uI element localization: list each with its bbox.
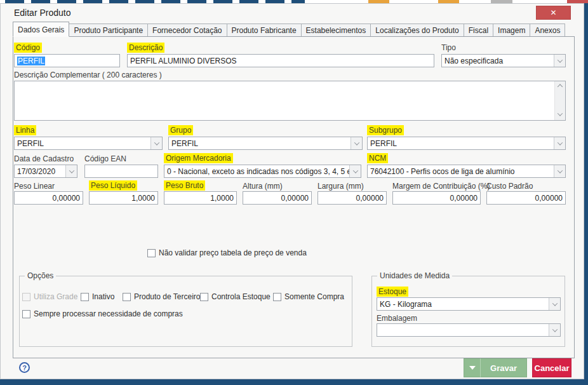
opcoes-legend: Opções	[25, 271, 56, 280]
checkbox-box	[22, 310, 30, 318]
textarea-scrollbar[interactable]	[554, 81, 565, 120]
codigo-label: Código	[14, 43, 42, 53]
chevron-down-icon	[554, 165, 565, 177]
tab-anexos[interactable]: Anexos	[530, 24, 565, 37]
custo-padrao-input[interactable]: 0,00000	[486, 191, 566, 205]
altura-value: 0,00000	[281, 194, 309, 203]
origem-mercadoria-select[interactable]: 0 - Nacional, exceto as indicadas nos có…	[164, 165, 361, 178]
data-cadastro-label: Data de Cadastro	[14, 154, 74, 163]
tipo-label: Tipo	[441, 43, 456, 52]
checkbox-label: Inativo	[92, 292, 114, 301]
codigo-value: PERFIL	[17, 57, 45, 65]
tab-localizacoes-produto[interactable]: Localizações do Produto	[371, 24, 464, 37]
edit-product-dialog: Editar Produto ✕ Dados Gerais Produto Pa…	[0, 3, 584, 379]
tab-produto-fabricante[interactable]: Produto Fabricante	[227, 24, 302, 37]
largura-value: 0,00000	[356, 194, 384, 203]
descricao-input[interactable]: PERFIL ALUMINIO DIVERSOS	[127, 54, 434, 67]
peso-linear-label: Peso Linear	[14, 182, 55, 191]
grupo-label: Grupo	[168, 125, 193, 135]
peso-bruto-value: 1,0000	[210, 194, 234, 203]
peso-bruto-input[interactable]: 1,0000	[164, 191, 237, 205]
checkbox-produto-terceiro[interactable]: Produto de Terceiro	[123, 292, 201, 301]
embalagem-label: Embalagem	[377, 314, 417, 323]
triangle-down-icon	[469, 366, 476, 370]
custo-padrao-label: Custo Padrão	[486, 182, 533, 191]
tab-imagem[interactable]: Imagem	[493, 24, 530, 37]
checkbox-nao-validar-preco[interactable]: Não validar preço tabela de preço de ven…	[147, 248, 307, 257]
checkbox-label: Utiliza Grade	[34, 292, 77, 301]
tab-produto-participante[interactable]: Produto Participante	[69, 24, 148, 37]
margem-contribuicao-value: 0,00000	[450, 194, 478, 203]
descricao-label: Descrição	[127, 43, 164, 53]
peso-linear-value: 0,00000	[53, 194, 80, 203]
scroll-up-button[interactable]	[556, 83, 565, 91]
checkbox-controla-estoque[interactable]: Controla Estoque	[200, 292, 271, 301]
checkbox-box	[123, 293, 131, 301]
custo-padrao-value: 0,00000	[535, 194, 563, 203]
grupo-select[interactable]: PERFIL	[168, 137, 363, 150]
tab-estabelecimentos[interactable]: Estabelecimentos	[302, 24, 371, 37]
checkbox-utiliza-grade: Utiliza Grade	[22, 292, 77, 301]
checkbox-sempre-processar-compras[interactable]: Sempre processar necessidade de compras	[22, 309, 183, 318]
linha-label: Linha	[14, 125, 36, 135]
checkbox-box	[22, 293, 30, 301]
scroll-down-button[interactable]	[556, 110, 565, 118]
checkbox-inativo[interactable]: Inativo	[81, 292, 114, 301]
checkbox-label: Sempre processar necessidade de compras	[34, 309, 183, 318]
data-cadastro-select[interactable]: 17/03/2020	[14, 165, 77, 178]
tab-dados-gerais[interactable]: Dados Gerais	[13, 22, 69, 37]
peso-bruto-label: Peso Bruto	[164, 180, 205, 191]
chevron-down-icon	[150, 137, 162, 149]
tab-fiscal[interactable]: Fiscal	[464, 24, 493, 37]
tab-fornecedor-cotacao[interactable]: Fornecedor Cotação	[148, 24, 227, 37]
subgrupo-label: Subgrupo	[367, 125, 404, 135]
altura-input[interactable]: 0,00000	[243, 191, 312, 205]
origem-mercadoria-label: Origem Mercadoria	[164, 153, 233, 163]
close-button[interactable]: ✕	[536, 6, 571, 20]
largura-label: Largura (mm)	[317, 182, 364, 191]
margem-contribuicao-input[interactable]: 0,00000	[392, 191, 481, 205]
ncm-value: 76042100 - Perfis ocos de liga de alumín…	[368, 167, 554, 176]
chevron-down-icon	[554, 137, 565, 149]
checkbox-box	[273, 293, 281, 301]
chevron-up-icon	[558, 84, 563, 89]
linha-value: PERFIL	[15, 139, 150, 148]
checkbox-box	[200, 293, 208, 301]
save-button[interactable]: Gravar	[480, 358, 527, 377]
chevron-down-icon	[549, 324, 560, 336]
embalagem-select[interactable]	[377, 323, 561, 337]
largura-input[interactable]: 0,00000	[317, 191, 387, 205]
chevron-down-icon	[558, 111, 563, 116]
save-split-button: Gravar	[464, 358, 527, 377]
checkbox-label: Controla Estoque	[211, 292, 271, 301]
ncm-select[interactable]: 76042100 - Perfis ocos de liga de alumín…	[367, 165, 566, 178]
estoque-value: KG - Kilograma	[377, 300, 549, 309]
altura-label: Altura (mm)	[243, 182, 283, 191]
codigo-ean-input[interactable]	[84, 165, 158, 178]
estoque-select[interactable]: KG - Kilograma	[377, 297, 561, 311]
descricao-value: PERFIL ALUMINIO DIVERSOS	[130, 57, 237, 65]
codigo-input[interactable]: PERFIL	[14, 54, 120, 67]
checkbox-label: Não validar preço tabela de preço de ven…	[159, 248, 307, 257]
save-options-button[interactable]	[464, 358, 480, 377]
chevron-down-icon	[349, 165, 361, 177]
grupo-value: PERFIL	[169, 139, 351, 148]
tab-bar: Dados Gerais Produto Participante Fornec…	[13, 22, 565, 37]
checkbox-somente-compra[interactable]: Somente Compra	[273, 292, 344, 301]
subgrupo-value: PERFIL	[368, 139, 554, 148]
chevron-down-icon	[65, 165, 77, 177]
descricao-complementar-textarea[interactable]	[14, 81, 566, 121]
linha-select[interactable]: PERFIL	[14, 137, 163, 150]
subgrupo-select[interactable]: PERFIL	[367, 137, 566, 150]
chevron-down-icon	[351, 137, 362, 149]
tipo-select[interactable]: Não especificada	[441, 54, 566, 67]
estoque-label: Estoque	[377, 287, 408, 297]
margem-contribuicao-label: Margem de Contribuição (%)	[392, 182, 490, 191]
cancel-button[interactable]: Cancelar	[532, 358, 571, 377]
peso-linear-input[interactable]: 0,00000	[14, 191, 83, 205]
help-icon[interactable]: ?	[19, 362, 30, 373]
checkbox-label: Produto de Terceiro	[134, 292, 201, 301]
peso-liquido-input[interactable]: 1,0000	[89, 191, 158, 205]
close-icon: ✕	[550, 8, 556, 17]
data-cadastro-value: 17/03/2020	[15, 167, 65, 176]
